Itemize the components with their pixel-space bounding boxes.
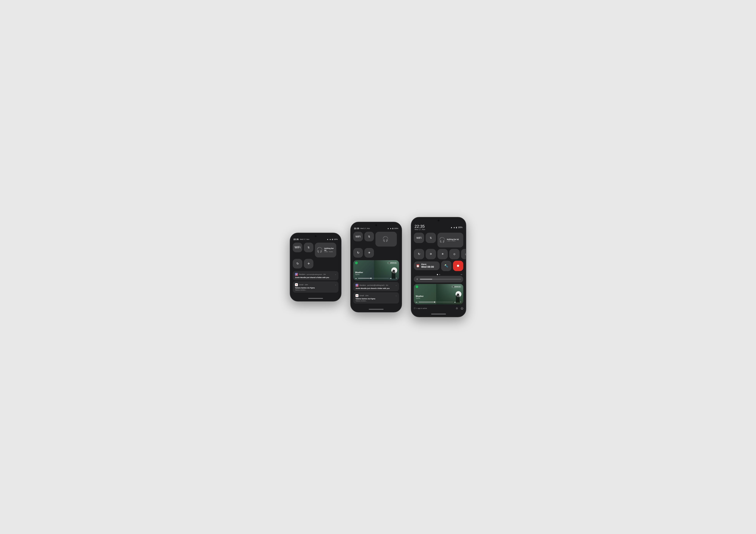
media-info-3: Weather Tycho: [416, 295, 423, 299]
media-info-2: Weather Tycho: [355, 271, 363, 275]
renders-app-name-1: Renders · yuri.levin@nothing.tech · 2m: [299, 274, 334, 275]
battery-icon-3: ▮: [456, 227, 457, 228]
renders-icon-2: G: [356, 284, 359, 287]
renders-expand-1[interactable]: ⌄: [335, 273, 336, 275]
quick-tiles-1: WiFi ⇅ 🎧 Nothing Ear (a) L 90% · R 80%: [290, 241, 341, 271]
renders-icon-1: G: [295, 273, 298, 276]
notif-renders-2[interactable]: G Renders · yuri.levin@nothing.tech · 2m…: [353, 282, 399, 291]
data-ctrl-3[interactable]: ⇅: [426, 233, 436, 243]
camera-dot-2: [375, 225, 377, 226]
media-artist-2: Tycho: [355, 274, 363, 275]
earbuds-tile-2[interactable]: 🎧: [375, 232, 397, 247]
display-ctrl-icon-3: ☀: [441, 252, 444, 256]
display-ctrl-3[interactable]: ☀: [437, 249, 448, 259]
home-indicator-3: [411, 311, 466, 317]
phone-2: 22:35 Wed 17, Nov ▲ ▲ ▮ 100% WiFi ⇅: [350, 222, 402, 312]
alarm-title-3: Alarm: [421, 263, 434, 265]
hotspot-ctrl-3[interactable]: ⊙: [449, 249, 460, 259]
cc-bottom-3: ⓘ 1 app is active ⚙ ⏻: [411, 306, 466, 311]
phone-badge-3: 📱 phone (2): [451, 286, 461, 288]
data-tile-2[interactable]: ⇅: [364, 232, 374, 241]
battery-3: 100%: [458, 227, 463, 228]
gmail-body-1: Tatiana mention...: [295, 289, 336, 291]
record-btn-3[interactable]: ⏺: [453, 261, 463, 271]
media-title-2: Weather: [355, 271, 363, 274]
airplane-ctrl-3[interactable]: ✈: [426, 249, 436, 259]
renders-expand-2[interactable]: ⌄: [395, 284, 397, 286]
media-card-2[interactable]: ♪ 📱 phone (2) Weather Tycho ▶ ⏮: [353, 260, 399, 280]
wifi-icon-1: ▲: [327, 238, 329, 240]
active-app-text-3: ⓘ 1 app is active: [414, 307, 427, 309]
earbuds-ctrl-3[interactable]: 🎧 Nothing Ear (a) L 90% · R 80%: [437, 233, 463, 248]
phone-3: 22:35 Wed 17, Nov ▲ ▲ ▮ 100% WiFi: [411, 217, 466, 317]
gmail-expand-1[interactable]: ⌄: [335, 283, 336, 286]
airplane-tile-1[interactable]: ✈: [304, 259, 313, 268]
nearby-ctrl-3[interactable]: ◎: [461, 249, 466, 259]
progress-bar-2: [358, 278, 389, 279]
silhouette-3: [456, 295, 460, 303]
edit-btn-3[interactable]: ✏: [461, 273, 463, 276]
home-indicator-2: [351, 307, 402, 312]
wifi-icon-2: ▲: [387, 227, 389, 229]
prev-button-3[interactable]: ⏮: [416, 301, 418, 303]
cc-bottom-icons-3: ⚙ ⏻: [456, 307, 463, 310]
data-ctrl-icon-3: ⇅: [430, 236, 432, 239]
quick-tiles-2: WiFi ⇅ 🎧 ↻: [351, 230, 402, 260]
active-app-label-3: 1 app is active: [417, 307, 427, 309]
brightness-slider-3[interactable]: ☀: [414, 276, 463, 282]
dot-2-3: [439, 274, 440, 275]
wifi-status-3: ▲: [450, 226, 452, 228]
notifications-2: G Renders · yuri.levin@nothing.tech · 2m…: [351, 282, 402, 307]
phone-badge-2: 📱 phone (2): [387, 262, 397, 264]
alarm-tile-3[interactable]: ⏰ Alarm Wed 08:00: [414, 261, 440, 270]
repeat-button-2[interactable]: ⟳: [396, 277, 397, 279]
time-2: 22:35: [354, 227, 359, 229]
notif-renders-1[interactable]: G Renders · yuri.levin@nothing.tech · 2m…: [293, 271, 338, 280]
wifi-ctrl-3[interactable]: WiFi: [414, 233, 424, 243]
dots-row-3: ✏: [411, 273, 466, 276]
airplane-tile-2[interactable]: ✈: [364, 248, 374, 257]
rotate-icon-2: ↻: [357, 251, 359, 254]
data-tile-1[interactable]: ⇅: [304, 243, 313, 252]
status-bar-1: 22:35 Wed 17, Nov ▲ ▲ ▮ 100%: [290, 238, 341, 241]
repeat-button-3[interactable]: ⟳: [460, 301, 461, 303]
date-1: Wed 17, Nov: [300, 238, 309, 240]
notif-gmail-2[interactable]: M Gmail · 10m ⌄ Tatiana Santos via Figma…: [353, 292, 399, 304]
progress-fill-2: [358, 278, 370, 279]
earbuds-icon-2: 🎧: [382, 237, 389, 242]
data-tile-icon-1: ⇅: [308, 246, 310, 249]
battery-1: 100%: [334, 238, 338, 240]
wifi-ctrl-icon-3: WiFi: [417, 236, 421, 239]
earbuds-ctrl-name-3: Nothing Ear (a): [447, 238, 459, 240]
media-artist-3: Tycho: [416, 297, 423, 299]
spotify-icon-2: ♪: [355, 262, 358, 264]
notif-gmail-1[interactable]: M Gmail · 10m ⌄ Tatiana Santos via Figma…: [293, 281, 338, 293]
gmail-expand-2[interactable]: ⌄: [395, 295, 397, 297]
home-indicator-1: [290, 296, 341, 301]
wifi-tile-2[interactable]: WiFi: [353, 232, 363, 241]
renders-title-2: Justin Moodie just shared a folder with …: [356, 287, 397, 289]
settings-btn-3[interactable]: ⚙: [456, 307, 458, 310]
rotate-tile-2[interactable]: ↻: [353, 248, 363, 257]
media-card-3[interactable]: ♪ 📱 phone (2) Weather Tycho ▶ ⏮: [414, 284, 463, 304]
power-btn-3[interactable]: ⏻: [461, 307, 463, 310]
earbuds-ctrl-battery-3: L 90% · R 80%: [447, 240, 459, 242]
renders-app-name-2: Renders · yuri.levin@nothing.tech · 2m: [360, 284, 394, 286]
airplane-icon-1: ✈: [308, 262, 310, 265]
rotate-icon-1: ↻: [296, 262, 299, 265]
progress-bar-3: [418, 302, 453, 302]
earbuds-tile-1[interactable]: 🎧 Nothing Ear (a) L 90% · R 80%: [315, 243, 336, 257]
battery-icon-2: ▮: [392, 227, 393, 229]
airplane-icon-2: ✈: [368, 251, 370, 254]
wifi-tile-1[interactable]: WiFi: [293, 243, 302, 252]
prev-button-2[interactable]: ⏮: [355, 277, 357, 280]
earbuds-name-1: Nothing Ear (a): [324, 248, 335, 251]
renders-title-1: Justin Moodie just shared a folder with …: [295, 277, 336, 279]
rotate-tile-1[interactable]: ↻: [293, 259, 302, 268]
scene: 22:35 Wed 17, Nov ▲ ▲ ▮ 100% WiFi ⇅: [279, 206, 477, 328]
time-3: 22:35: [415, 225, 425, 228]
media-header-2: ♪ 📱 phone (2): [355, 262, 397, 264]
flashlight-ctrl-3[interactable]: 🔦: [441, 261, 451, 271]
wifi-tile-icon-2: WiFi: [356, 235, 361, 238]
rotate-ctrl-3[interactable]: ↻: [414, 249, 424, 259]
